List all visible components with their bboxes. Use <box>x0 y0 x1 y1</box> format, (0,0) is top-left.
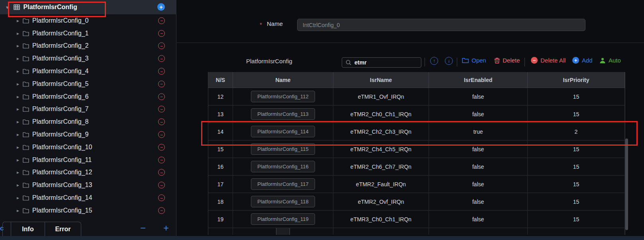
table-scrollbar-track[interactable] <box>625 72 628 235</box>
remove-icon[interactable]: − <box>158 156 165 163</box>
tree-item-platformisrconfig-14[interactable]: ▸PlatformIsrConfig_14− <box>0 191 176 204</box>
config-name-chip[interactable] <box>276 228 290 235</box>
caret-right-icon[interactable]: ▸ <box>17 208 19 213</box>
auto-button[interactable]: Auto <box>599 57 621 64</box>
table-scrollbar-thumb[interactable] <box>625 139 628 230</box>
add-button-label: Add <box>582 57 593 64</box>
tree-item-platformisrconfig-3[interactable]: ▸PlatformIsrConfig_3− <box>0 52 176 65</box>
add-config-button[interactable]: + <box>157 3 165 11</box>
open-button[interactable]: Open <box>462 57 486 64</box>
add-button[interactable]: + Add <box>572 57 593 64</box>
remove-icon[interactable]: − <box>158 119 165 125</box>
config-name-chip[interactable]: PlatformIsrConfig_112 <box>251 91 315 102</box>
tree-item-platformisrconfig-4[interactable]: ▸PlatformIsrConfig_4− <box>0 65 176 78</box>
name-input[interactable] <box>297 19 585 31</box>
expand-panel-button[interactable]: + <box>163 222 169 234</box>
remove-icon[interactable]: − <box>158 106 165 113</box>
tree-item-label: PlatformIsrConfig_15 <box>32 207 92 214</box>
caret-right-icon[interactable]: ▸ <box>17 119 19 124</box>
config-name-chip[interactable]: PlatformIsrConfig_116 <box>251 161 315 172</box>
config-name-chip[interactable]: PlatformIsrConfig_119 <box>251 213 315 225</box>
move-up-button[interactable]: ↑ <box>430 57 438 65</box>
remove-icon[interactable]: − <box>158 93 165 100</box>
trash-icon <box>494 57 500 64</box>
config-name-chip[interactable]: PlatformIsrConfig_113 <box>251 108 315 120</box>
remove-icon[interactable]: − <box>158 169 165 176</box>
cell-isrname: eTMR3_Ch0_Ch1_IRQn <box>333 211 429 228</box>
caret-right-icon[interactable]: ▸ <box>17 56 19 61</box>
remove-icon[interactable]: − <box>158 144 165 150</box>
tab-error[interactable]: Error <box>45 222 81 236</box>
tree-item-label: PlatformIsrConfig_2 <box>32 42 88 49</box>
toolbar-divider <box>425 58 425 66</box>
tab-stub[interactable] <box>2 222 11 236</box>
search-input[interactable] <box>354 59 417 66</box>
table-row: 16 PlatformIsrConfig_116 eTMR2_Ch6_Ch7_I… <box>208 158 628 176</box>
caret-right-icon[interactable]: ▸ <box>17 31 19 36</box>
tree-item-platformisrconfig-15[interactable]: ▸PlatformIsrConfig_15− <box>0 204 176 217</box>
remove-icon[interactable]: − <box>158 131 165 138</box>
move-down-button[interactable]: ↓ <box>445 57 453 65</box>
remove-icon[interactable]: − <box>158 30 165 37</box>
tree-item-platformisrconfig-2[interactable]: ▸PlatformIsrConfig_2− <box>0 40 176 53</box>
tree-item-platformisrconfig-8[interactable]: ▸PlatformIsrConfig_8− <box>0 115 176 128</box>
folder-icon <box>23 106 29 112</box>
folder-icon <box>23 132 29 137</box>
remove-icon[interactable]: − <box>158 17 165 24</box>
tree-item-platformisrconfig-6[interactable]: ▸PlatformIsrConfig_6− <box>0 90 176 103</box>
cell-isrname: eTMR2_Ch6_Ch7_IRQn <box>333 158 429 176</box>
tree-item-platformisrconfig-5[interactable]: ▸PlatformIsrConfig_5− <box>0 78 176 90</box>
caret-right-icon[interactable]: ▸ <box>17 145 19 150</box>
collapse-panel-button[interactable]: − <box>140 222 146 234</box>
remove-icon[interactable]: − <box>158 207 165 214</box>
tab-info[interactable]: Info <box>11 222 45 236</box>
tree-item-platformisrconfig-7[interactable]: ▸PlatformIsrConfig_7− <box>0 103 176 116</box>
folder-icon <box>23 94 29 100</box>
remove-icon[interactable]: − <box>158 43 165 49</box>
caret-right-icon[interactable]: ▸ <box>17 69 19 74</box>
tree-item-platformisrconfig-11[interactable]: ▸PlatformIsrConfig_11− <box>0 154 176 166</box>
remove-icon[interactable]: − <box>158 195 165 201</box>
tree-item-label: PlatformIsrConfig_7 <box>32 105 88 113</box>
cell-name: PlatformIsrConfig_117 <box>233 176 333 193</box>
delete-button[interactable]: Delete <box>494 57 520 64</box>
bottom-tab-bar: c Info Error − + <box>0 222 176 236</box>
caret-right-icon[interactable]: ▸ <box>17 195 19 200</box>
folder-icon <box>23 31 29 36</box>
remove-icon[interactable]: − <box>158 55 165 62</box>
person-icon <box>599 57 606 64</box>
remove-icon[interactable]: − <box>158 68 165 75</box>
caret-right-icon[interactable]: ▸ <box>17 158 19 162</box>
caret-right-icon[interactable]: ▸ <box>17 170 19 175</box>
cell-ns <box>208 228 233 235</box>
tree-item-platformisrconfig-1[interactable]: ▸PlatformIsrConfig_1− <box>0 27 176 40</box>
tree-item-platformisrconfig-12[interactable]: ▸PlatformIsrConfig_12− <box>0 166 176 179</box>
tree-item-platformisrconfig-9[interactable]: ▸PlatformIsrConfig_9− <box>0 128 176 141</box>
cell-name: PlatformIsrConfig_112 <box>233 88 333 105</box>
tree-item-label: PlatformIsrConfig_10 <box>32 144 92 151</box>
cell-isrname <box>333 228 429 235</box>
caret-right-icon[interactable]: ▸ <box>17 82 19 86</box>
caret-right-icon[interactable]: ▸ <box>17 94 19 99</box>
cell-isrname: eTMR2_Ch0_Ch1_IRQn <box>333 105 429 123</box>
name-field-label: Name <box>267 20 283 27</box>
caret-right-icon[interactable]: ▸ <box>17 107 19 111</box>
config-name-chip[interactable]: PlatformIsrConfig_117 <box>251 178 315 190</box>
table-search-box[interactable] <box>342 57 421 68</box>
caret-right-icon[interactable]: ▸ <box>17 183 19 187</box>
tab-error-label: Error <box>55 226 70 233</box>
delete-all-button[interactable]: − Delete All <box>531 57 566 64</box>
config-name-chip[interactable]: PlatformIsrConfig_118 <box>251 196 315 207</box>
caret-right-icon[interactable]: ▸ <box>17 43 19 48</box>
tree-list: ▸PlatformIsrConfig_0− ▸PlatformIsrConfig… <box>0 14 176 217</box>
cell-isrname: eTMR2_Fault_IRQn <box>333 176 429 193</box>
remove-icon[interactable]: − <box>158 182 165 189</box>
cell-ns: 16 <box>208 158 233 176</box>
remove-icon[interactable]: − <box>158 80 165 87</box>
caret-right-icon[interactable]: ▸ <box>17 18 19 23</box>
tree-item-platformisrconfig-13[interactable]: ▸PlatformIsrConfig_13− <box>0 179 176 191</box>
tree-item-platformisrconfig-10[interactable]: ▸PlatformIsrConfig_10− <box>0 141 176 154</box>
search-icon <box>346 60 351 65</box>
caret-right-icon[interactable]: ▸ <box>17 132 19 137</box>
folder-icon <box>23 170 29 175</box>
